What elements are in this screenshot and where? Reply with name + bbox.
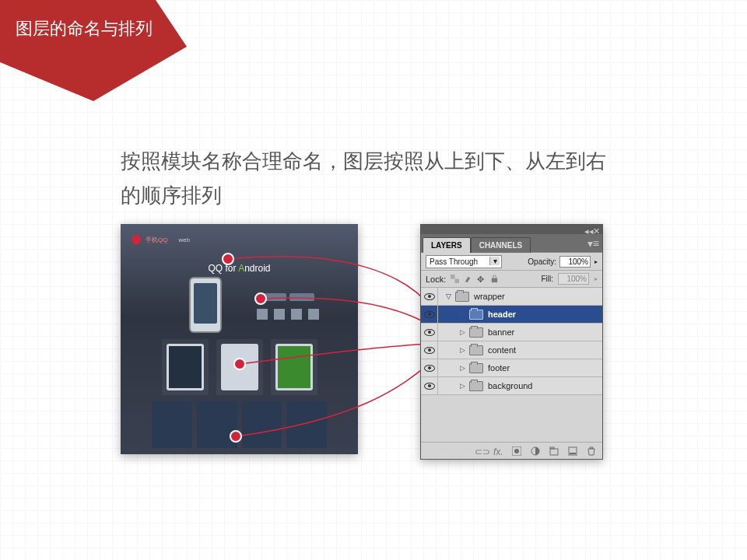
eye-icon (424, 347, 435, 354)
disclosure-triangle-icon[interactable]: ▷ (458, 382, 466, 390)
tab-channels[interactable]: CHANNELS (471, 237, 531, 253)
panel-menu-icon[interactable]: ▾≡ (587, 237, 599, 250)
cta-button (289, 293, 314, 301)
card (162, 339, 209, 395)
folder-icon (469, 381, 483, 391)
panel-footer: ⊂⊃ fx. (421, 442, 602, 459)
folder-icon (469, 327, 483, 338)
svg-rect-1 (451, 275, 455, 279)
new-group-icon[interactable] (549, 446, 559, 456)
layer-name: banner (488, 327, 514, 337)
svg-rect-10 (570, 453, 576, 454)
layer-row-content[interactable]: ▷content (421, 341, 602, 359)
layer-mask-icon[interactable] (512, 446, 521, 456)
layer-row-background[interactable]: ▷background (421, 377, 602, 395)
visibility-toggle[interactable] (421, 359, 438, 376)
chevron-right-icon[interactable]: ▸ (594, 258, 598, 265)
phone-icon (189, 277, 222, 333)
layer-name: content (488, 345, 516, 355)
callout-dot (233, 358, 246, 370)
thumb (152, 401, 192, 448)
layer-row-header[interactable]: ▷header (421, 306, 602, 324)
close-icon[interactable]: ✕ (593, 226, 599, 233)
layer-effects-icon[interactable]: fx. (493, 446, 503, 456)
feature-icon (274, 309, 285, 320)
visibility-toggle[interactable] (421, 377, 438, 394)
visibility-toggle[interactable] (421, 306, 438, 323)
visibility-toggle[interactable] (421, 341, 438, 359)
card (271, 339, 317, 395)
layer-rows: ▽wrapper▷header▷banner▷content▷footer▷ba… (421, 288, 602, 395)
nav-link: web (178, 236, 190, 243)
figure-group: 手机QQ web QQ for Android (121, 224, 603, 461)
disclosure-triangle-icon[interactable]: ▷ (458, 310, 466, 318)
mockup-header: 手机QQ web (132, 235, 190, 244)
hero-title: QQ for Android (160, 263, 319, 274)
folder-icon (455, 292, 469, 302)
lock-bar: Lock: ✥ Fill: 100% ▸ (421, 271, 602, 288)
blend-mode-select[interactable]: Pass Through (426, 255, 502, 268)
opacity-input[interactable]: 100% (559, 256, 591, 268)
disclosure-triangle-icon[interactable]: ▷ (458, 328, 466, 336)
slide-title: 图层的命名与排列 (16, 17, 153, 40)
thumb (242, 401, 282, 448)
feature-icon (257, 309, 268, 320)
layer-rows-empty (421, 395, 602, 442)
fill-input[interactable]: 100% (558, 273, 589, 285)
mockup-hero: QQ for Android (160, 254, 319, 336)
lock-all-icon[interactable] (490, 275, 499, 283)
callout-dot (230, 430, 242, 443)
lock-brush-icon[interactable] (464, 275, 472, 283)
chevron-right-icon[interactable]: ▸ (594, 275, 598, 282)
layer-row-wrapper[interactable]: ▽wrapper (421, 288, 602, 306)
delete-layer-icon[interactable] (587, 446, 596, 456)
layer-name: header (488, 310, 516, 319)
disclosure-triangle-icon[interactable]: ▷ (458, 346, 466, 354)
brand-text: 手机QQ (146, 236, 167, 244)
feature-icon (291, 309, 302, 320)
svg-rect-2 (455, 279, 460, 284)
eye-icon (424, 311, 435, 318)
link-layers-icon[interactable]: ⊂⊃ (475, 446, 484, 456)
lock-label: Lock: (426, 275, 446, 284)
panel-tabs: LAYERS CHANNELS ▾≡ (421, 234, 602, 252)
thumb (286, 401, 327, 448)
svg-rect-7 (550, 449, 558, 455)
disclosure-triangle-icon[interactable]: ▽ (444, 292, 452, 300)
layer-row-banner[interactable]: ▷banner (421, 324, 602, 341)
webpage-mockup: 手机QQ web QQ for Android (121, 224, 358, 454)
svg-rect-8 (550, 447, 554, 449)
collapse-icon[interactable]: ◂◂ (584, 226, 591, 233)
layer-row-footer[interactable]: ▷footer (421, 359, 602, 377)
panel-titlebar[interactable]: ◂◂ ✕ (421, 225, 602, 234)
feature-icon (308, 309, 319, 320)
opacity-label: Opacity: (528, 257, 556, 266)
svg-rect-3 (492, 278, 497, 283)
layer-name: wrapper (474, 292, 505, 301)
eye-icon (424, 329, 435, 336)
body-paragraph: 按照模块名称合理命名，图层按照从上到下、从左到右的顺序排列 (121, 144, 619, 212)
visibility-toggle[interactable] (421, 324, 438, 341)
lock-transparency-icon[interactable] (451, 275, 459, 283)
adjustment-layer-icon[interactable] (531, 446, 540, 456)
tab-layers[interactable]: LAYERS (423, 237, 471, 253)
eye-icon (424, 365, 435, 372)
eye-icon (424, 383, 435, 390)
new-layer-icon[interactable] (568, 446, 577, 456)
folder-icon (469, 345, 483, 355)
callout-dot (222, 253, 234, 265)
blend-mode-bar: Pass Through Opacity: 100% ▸ (421, 252, 602, 271)
fill-label: Fill: (541, 275, 553, 283)
folder-icon (469, 310, 483, 320)
svg-point-5 (514, 449, 519, 453)
eye-icon (424, 293, 435, 300)
folder-icon (469, 363, 483, 373)
disclosure-triangle-icon[interactable]: ▷ (458, 364, 466, 372)
callout-dot (254, 292, 267, 305)
logo-dot-icon (132, 235, 141, 244)
visibility-toggle[interactable] (421, 288, 438, 305)
layer-name: background (488, 381, 533, 390)
lock-move-icon[interactable]: ✥ (477, 275, 486, 283)
layer-name: footer (488, 363, 510, 373)
layers-panel: ◂◂ ✕ LAYERS CHANNELS ▾≡ Pass Through Opa… (420, 224, 603, 460)
